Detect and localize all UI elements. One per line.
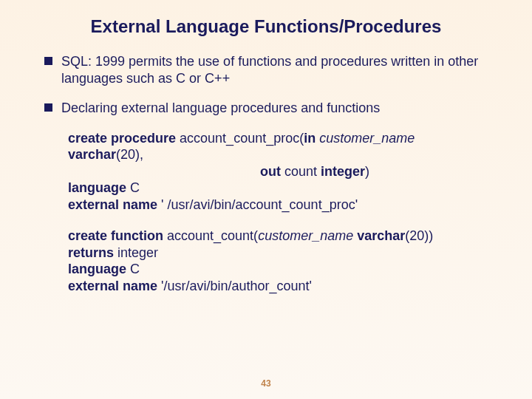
lang-value: C (130, 180, 140, 195)
path-value: '/usr/avi/bin/author_count' (161, 279, 312, 293)
code-line: external name '/usr/avi/bin/author_count… (68, 278, 488, 295)
function-code: create function account_count(customer_n… (68, 228, 488, 294)
bullet-text: Declaring external language procedures a… (61, 100, 380, 117)
bullet-text: SQL: 1999 permits the use of functions a… (61, 53, 488, 86)
kw-varchar: varchar (68, 147, 116, 162)
code-line: create function account_count(customer_n… (68, 228, 488, 245)
procedure-code: create procedure account_count_proc(in c… (68, 130, 488, 214)
kw-external-name: external name (68, 279, 161, 293)
code-line: language C (68, 261, 488, 278)
code-line: returns integer (68, 245, 488, 262)
param-name: count (284, 164, 321, 179)
paren-text: (20)) (405, 228, 433, 243)
bullet-item: SQL: 1999 permits the use of functions a… (44, 53, 488, 86)
kw-create-procedure: create procedure (68, 131, 180, 146)
page-title: External Language Functions/Procedures (44, 16, 488, 37)
path-value: ' /usr/avi/bin/account_count_proc' (161, 197, 358, 212)
kw-out: out (260, 164, 284, 179)
proc-name: account_count_proc( (180, 131, 304, 146)
slide: External Language Functions/Procedures S… (0, 0, 532, 399)
code-line: create procedure account_count_proc(in c… (68, 130, 488, 163)
code-line: language C (68, 180, 488, 197)
kw-integer: integer (321, 164, 365, 179)
page-number: 43 (0, 378, 532, 389)
type-value: integer (117, 245, 158, 260)
square-bullet-icon (44, 103, 52, 112)
paren-text: (20), (116, 147, 143, 162)
paren-text: ) (365, 164, 369, 179)
square-bullet-icon (44, 57, 52, 65)
kw-language: language (68, 180, 130, 195)
lang-value: C (130, 262, 140, 276)
code-line: external name ' /usr/avi/bin/account_cou… (68, 197, 488, 214)
kw-external-name: external name (68, 197, 161, 212)
param-name: customer_name (319, 131, 415, 146)
kw-in: in (304, 131, 319, 146)
bullet-item: Declaring external language procedures a… (44, 100, 488, 117)
param-name: customer_name (258, 228, 357, 243)
code-line: out count integer) (68, 163, 488, 180)
kw-varchar: varchar (357, 228, 405, 243)
kw-returns: returns (68, 245, 117, 260)
kw-language: language (68, 262, 130, 276)
func-name: account_count( (167, 228, 258, 243)
kw-create-function: create function (68, 228, 167, 243)
